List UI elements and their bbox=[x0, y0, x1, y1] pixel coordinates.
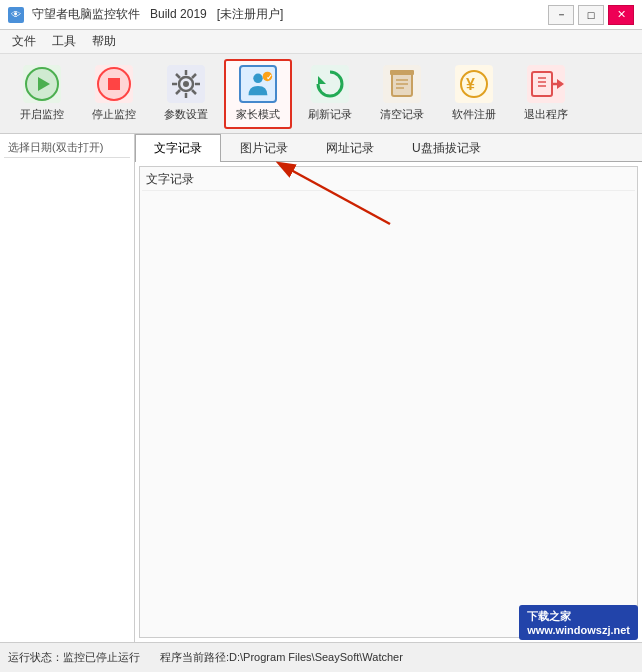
stop-icon bbox=[95, 65, 133, 103]
clear-label: 清空记录 bbox=[380, 107, 424, 122]
run-status: 运行状态：监控已停止运行 bbox=[8, 650, 140, 665]
register-button[interactable]: ¥ 软件注册 bbox=[440, 59, 508, 129]
svg-rect-29 bbox=[532, 72, 552, 96]
tabs-bar: 文字记录 图片记录 网址记录 U盘插拔记录 bbox=[135, 134, 642, 162]
tab-web-record[interactable]: 网址记录 bbox=[307, 134, 393, 162]
clear-button[interactable]: 清空记录 bbox=[368, 59, 436, 129]
svg-point-17 bbox=[253, 74, 262, 83]
toolbar: 开启监控 停止监控 bbox=[0, 54, 642, 134]
parent-mode-button[interactable]: ✓ 家长模式 bbox=[224, 59, 292, 129]
refresh-icon bbox=[311, 65, 349, 103]
record-content-header: 文字记录 bbox=[142, 169, 635, 191]
status-bar: 运行状态：监控已停止运行 程序当前路径:D:\Program Files\Sea… bbox=[0, 642, 642, 672]
title-bar: 👁 守望者电脑监控软件 Build 2019 [未注册用户] － □ ✕ bbox=[0, 0, 642, 30]
start-label: 开启监控 bbox=[20, 107, 64, 122]
svg-rect-23 bbox=[390, 70, 414, 75]
exit-button[interactable]: 退出程序 bbox=[512, 59, 580, 129]
exit-icon bbox=[527, 65, 565, 103]
right-panel: 文字记录 图片记录 网址记录 U盘插拔记录 文字记录 bbox=[135, 134, 642, 642]
refresh-label: 刷新记录 bbox=[308, 107, 352, 122]
window-controls: － □ ✕ bbox=[548, 5, 634, 25]
main-area: 选择日期(双击打开) 文字记录 图片记录 网址记录 U盘插拔记录 文字记录 bbox=[0, 134, 642, 642]
menu-help[interactable]: 帮助 bbox=[84, 31, 124, 52]
settings-icon bbox=[167, 65, 205, 103]
refresh-button[interactable]: 刷新记录 bbox=[296, 59, 364, 129]
record-content[interactable]: 文字记录 bbox=[139, 166, 638, 638]
watermark-line2: www.windowszj.net bbox=[527, 624, 630, 636]
watermark: 下载之家 www.windowszj.net bbox=[519, 605, 638, 640]
svg-point-15 bbox=[183, 81, 189, 87]
build-version: Build 2019 bbox=[150, 7, 207, 21]
clear-icon bbox=[383, 65, 421, 103]
exit-label: 退出程序 bbox=[524, 107, 568, 122]
tab-image-record[interactable]: 图片记录 bbox=[221, 134, 307, 162]
settings-button[interactable]: 参数设置 bbox=[152, 59, 220, 129]
menu-tools[interactable]: 工具 bbox=[44, 31, 84, 52]
tab-content: 文字记录 bbox=[135, 162, 642, 642]
app-title: 守望者电脑监控软件 Build 2019 [未注册用户] bbox=[32, 6, 283, 23]
svg-text:✓: ✓ bbox=[266, 73, 273, 82]
program-path: 程序当前路径:D:\Program Files\SeaySoft\Watcher bbox=[160, 650, 403, 665]
tab-text-record[interactable]: 文字记录 bbox=[135, 134, 221, 162]
svg-text:¥: ¥ bbox=[466, 76, 475, 93]
svg-rect-5 bbox=[108, 78, 120, 90]
date-selector-title: 选择日期(双击打开) bbox=[4, 138, 130, 158]
stop-button[interactable]: 停止监控 bbox=[80, 59, 148, 129]
close-button[interactable]: ✕ bbox=[608, 5, 634, 25]
menu-bar: 文件 工具 帮助 bbox=[0, 30, 642, 54]
parent-icon: ✓ bbox=[239, 65, 277, 103]
svg-line-14 bbox=[176, 90, 180, 94]
maximize-button[interactable]: □ bbox=[578, 5, 604, 25]
register-label: 软件注册 bbox=[452, 107, 496, 122]
watermark-line1: 下载之家 bbox=[527, 609, 630, 624]
menu-file[interactable]: 文件 bbox=[4, 31, 44, 52]
app-icon: 👁 bbox=[8, 7, 24, 23]
register-icon: ¥ bbox=[455, 65, 493, 103]
svg-line-13 bbox=[192, 74, 196, 78]
parent-label: 家长模式 bbox=[236, 107, 280, 122]
tab-usb-record[interactable]: U盘插拔记录 bbox=[393, 134, 500, 162]
app-name: 守望者电脑监控软件 bbox=[32, 7, 140, 21]
svg-line-11 bbox=[176, 74, 180, 78]
svg-marker-31 bbox=[557, 79, 564, 89]
svg-line-12 bbox=[192, 90, 196, 94]
user-status: [未注册用户] bbox=[217, 7, 284, 21]
start-icon bbox=[23, 65, 61, 103]
stop-label: 停止监控 bbox=[92, 107, 136, 122]
settings-label: 参数设置 bbox=[164, 107, 208, 122]
start-button[interactable]: 开启监控 bbox=[8, 59, 76, 129]
left-panel: 选择日期(双击打开) bbox=[0, 134, 135, 642]
svg-marker-20 bbox=[318, 76, 326, 84]
minimize-button[interactable]: － bbox=[548, 5, 574, 25]
title-bar-left: 👁 守望者电脑监控软件 Build 2019 [未注册用户] bbox=[8, 6, 283, 23]
